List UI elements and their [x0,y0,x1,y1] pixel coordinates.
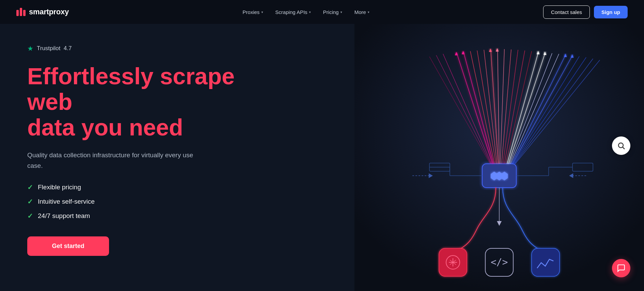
nav-more[interactable]: More ▾ [350,6,374,18]
features-list: ✓ Flexible pricing ✓ Intuitive self-serv… [27,183,334,220]
chat-icon [617,264,626,273]
check-icon: ✓ [27,198,33,206]
svg-line-2 [623,147,625,149]
trustpilot-badge: ★ Trustpilot 4.7 [27,44,334,53]
trustpilot-label: Trustpilot 4.7 [37,45,72,52]
feature-item: ✓ Intuitive self-service [27,198,334,206]
logo-icon [16,8,26,16]
code-icon: </> [490,257,508,268]
trustpilot-star-icon: ★ [27,44,33,53]
logo[interactable]: smartproxy [16,8,69,16]
hero-section: ★ Trustpilot 4.7 Effortlessly scrape web… [0,24,644,291]
check-icon: ✓ [27,212,33,220]
chat-button[interactable] [612,259,630,277]
nav-links: Proxies ▾ Scraping APIs ▾ Pricing ▾ More… [238,6,374,18]
chevron-down-icon: ▾ [261,10,263,14]
signup-button[interactable]: Sign up [594,6,628,18]
data-flow-visualization: </> [354,24,644,291]
nav-proxies[interactable]: Proxies ▾ [238,6,268,18]
hero-content: ★ Trustpilot 4.7 Effortlessly scrape web… [0,24,354,291]
get-started-button[interactable]: Get started [27,236,109,256]
hero-subtitle: Quality data collection infrastructure f… [27,150,204,171]
check-icon: ✓ [27,183,33,191]
svg-point-1 [618,143,623,148]
bottom-box-blue [532,248,559,276]
contact-sales-button[interactable]: Contact sales [543,5,590,19]
search-button[interactable] [612,136,630,155]
navbar: smartproxy Proxies ▾ Scraping APIs ▾ Pri… [0,0,644,24]
logo-bar-3 [23,10,26,16]
chevron-down-icon: ▾ [368,10,369,14]
nav-scraping-apis[interactable]: Scraping APIs ▾ [271,6,316,18]
nav-pricing[interactable]: Pricing ▾ [318,6,347,18]
chevron-down-icon: ▾ [340,10,342,14]
hero-title: Effortlessly scrape web data you need [27,63,245,140]
logo-bar-1 [16,10,19,16]
logo-bar-2 [20,8,22,16]
search-icon [617,142,625,150]
nav-actions: Contact sales Sign up [543,5,628,19]
chevron-down-icon: ▾ [309,10,311,14]
feature-item: ✓ 24/7 support team [27,212,334,220]
logo-text: smartproxy [29,8,69,16]
hero-visualization: </> [354,24,644,291]
feature-item: ✓ Flexible pricing [27,183,334,191]
